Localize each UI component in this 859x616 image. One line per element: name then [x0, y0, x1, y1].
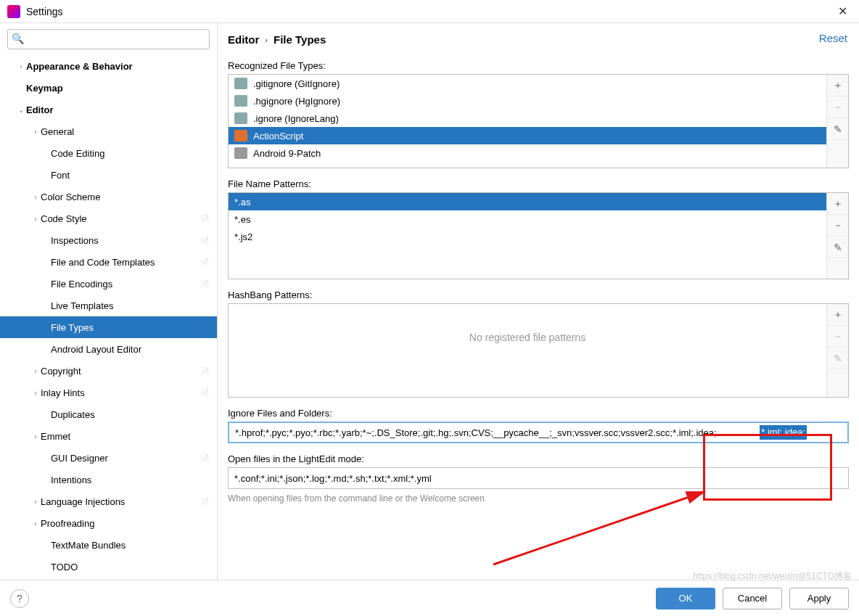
filetype-row[interactable]: .ignore (IgnoreLang)	[229, 110, 826, 127]
tree-item-appearance-behavior[interactable]: ›Appearance & Behavior	[0, 55, 217, 77]
scope-icon	[200, 300, 210, 311]
filetype-label: .ignore (IgnoreLang)	[253, 113, 339, 124]
filetypes-toolbar: ＋ － ✎	[826, 75, 848, 168]
tree-item-file-types[interactable]: File Types	[0, 316, 217, 338]
tree-item-proofreading[interactable]: ›Proofreading	[0, 512, 217, 534]
breadcrumb: Editor › File Types	[228, 33, 849, 46]
tree-item-gui-designer[interactable]: GUI Designer	[0, 447, 217, 469]
tree-item-copyright[interactable]: ›Copyright	[0, 360, 217, 382]
ignore-files-label: Ignore Files and Folders:	[228, 408, 849, 419]
file-name-patterns-list[interactable]: *.as*.es*.js2	[229, 193, 826, 279]
scope-icon	[200, 279, 210, 289]
lightedit-input[interactable]	[228, 467, 849, 489]
close-icon[interactable]: ✕	[834, 4, 852, 18]
ignore-files-input[interactable]	[228, 422, 849, 443]
tree-item-file-encodings[interactable]: File Encodings	[0, 273, 217, 295]
breadcrumb-root[interactable]: Editor	[228, 33, 259, 46]
filetype-row[interactable]: .gitignore (GitIgnore)	[229, 75, 826, 92]
pattern-row[interactable]: *.es	[229, 210, 826, 228]
remove-icon[interactable]: －	[827, 215, 848, 237]
scope-icon	[200, 126, 210, 136]
filetype-label: ActionScript	[253, 131, 303, 141]
ignore-row: *.iml;.idea;	[228, 422, 849, 443]
tree-item-keymap[interactable]: Keymap	[0, 77, 217, 99]
ok-button[interactable]: OK	[656, 588, 715, 609]
tree-item-duplicates[interactable]: Duplicates	[0, 403, 217, 425]
watermark: https://blog.csdn.net/weixin@51CTO博客	[693, 570, 852, 583]
recognized-filetypes-label: Recognized File Types:	[228, 60, 849, 71]
filetype-row[interactable]: ActionScript	[229, 127, 826, 144]
edit-icon[interactable]: ✎	[827, 237, 848, 258]
tree-item-textmate-bundles[interactable]: TextMate Bundles	[0, 534, 217, 556]
expand-icon: ›	[30, 520, 41, 527]
filetype-row[interactable]: .hgignore (HgIgnore)	[229, 92, 826, 110]
scope-icon	[200, 235, 210, 245]
settings-tree[interactable]: ›Appearance & BehaviorKeymap⌄Editor›Gene…	[0, 55, 217, 580]
tree-item-intentions[interactable]: Intentions	[0, 469, 217, 490]
tree-item-label: Proofreading	[41, 518, 200, 529]
scope-icon	[200, 148, 210, 158]
tree-item-general[interactable]: ›General	[0, 120, 217, 142]
tree-item-emmet[interactable]: ›Emmet	[0, 425, 217, 447]
hashbang-empty-message: No registered file patterns	[229, 304, 826, 343]
tree-item-editor[interactable]: ⌄Editor	[0, 99, 217, 120]
tree-item-label: Inspections	[51, 235, 200, 246]
tree-item-color-scheme[interactable]: ›Color Scheme	[0, 186, 217, 208]
add-icon[interactable]: ＋	[827, 75, 848, 96]
filetype-icon	[234, 95, 247, 107]
scope-icon	[200, 61, 210, 71]
scope-icon	[200, 257, 210, 267]
filetype-row[interactable]: Android 9-Patch	[229, 144, 826, 162]
hashbang-patterns-box: No registered file patterns ＋ － ✎	[228, 303, 849, 398]
tree-item-code-editing[interactable]: Code Editing	[0, 142, 217, 164]
breadcrumb-leaf: File Types	[274, 33, 326, 46]
pattern-row[interactable]: *.as	[229, 193, 826, 210]
patterns-toolbar: ＋ － ✎	[826, 193, 848, 279]
help-icon[interactable]: ?	[10, 589, 29, 608]
lightedit-hint: When opening files from the command line…	[228, 493, 849, 504]
pattern-row[interactable]: *.js2	[229, 228, 826, 245]
add-icon[interactable]: ＋	[827, 193, 848, 215]
bottom-bar: ? OK Cancel Apply	[0, 580, 859, 616]
add-icon[interactable]: ＋	[827, 304, 848, 326]
scope-icon	[200, 496, 210, 506]
tree-item-file-and-code-templates[interactable]: File and Code Templates	[0, 251, 217, 273]
remove-icon[interactable]: －	[827, 96, 848, 118]
edit-icon[interactable]: ✎	[827, 348, 848, 369]
search-icon: 🔍	[12, 33, 24, 44]
expand-icon: ›	[30, 432, 41, 440]
edit-icon[interactable]: ✎	[827, 118, 848, 140]
tree-item-code-style[interactable]: ›Code Style	[0, 208, 217, 229]
expand-icon: ›	[30, 367, 41, 375]
tree-item-label: Code Style	[41, 213, 200, 224]
apply-button[interactable]: Apply	[789, 588, 849, 609]
scope-icon	[200, 562, 210, 572]
tree-item-todo[interactable]: TODO	[0, 556, 217, 578]
expand-icon: ›	[30, 215, 41, 223]
tree-item-label: Live Templates	[51, 300, 200, 311]
expand-icon: ⌄	[16, 106, 26, 114]
tree-item-live-templates[interactable]: Live Templates	[0, 295, 217, 316]
tree-item-inspections[interactable]: Inspections	[0, 229, 217, 251]
titlebar: Settings ✕	[0, 0, 859, 23]
scope-icon	[200, 540, 210, 550]
pattern-label: *.js2	[234, 231, 252, 242]
tree-item-font[interactable]: Font	[0, 164, 217, 186]
filetype-icon	[234, 130, 247, 141]
reset-link[interactable]: Reset	[819, 32, 847, 44]
remove-icon[interactable]: －	[827, 326, 848, 348]
scope-icon	[200, 344, 210, 354]
hashbang-patterns-list[interactable]: No registered file patterns	[229, 304, 826, 397]
recognized-filetypes-list[interactable]: .gitignore (GitIgnore).hgignore (HgIgnor…	[229, 75, 826, 168]
cancel-button[interactable]: Cancel	[723, 588, 782, 609]
filetype-label: .gitignore (GitIgnore)	[253, 78, 340, 89]
scope-icon	[200, 453, 210, 463]
tree-item-android-layout-editor[interactable]: Android Layout Editor	[0, 338, 217, 360]
tree-item-inlay-hints[interactable]: ›Inlay Hints	[0, 382, 217, 403]
tree-item-label: Keymap	[26, 83, 200, 94]
tree-item-language-injections[interactable]: ›Language Injections	[0, 490, 217, 512]
filetype-label: .hgignore (HgIgnore)	[253, 96, 340, 107]
search-input[interactable]	[7, 29, 210, 49]
filetype-icon	[234, 112, 247, 124]
scope-icon	[200, 170, 210, 180]
